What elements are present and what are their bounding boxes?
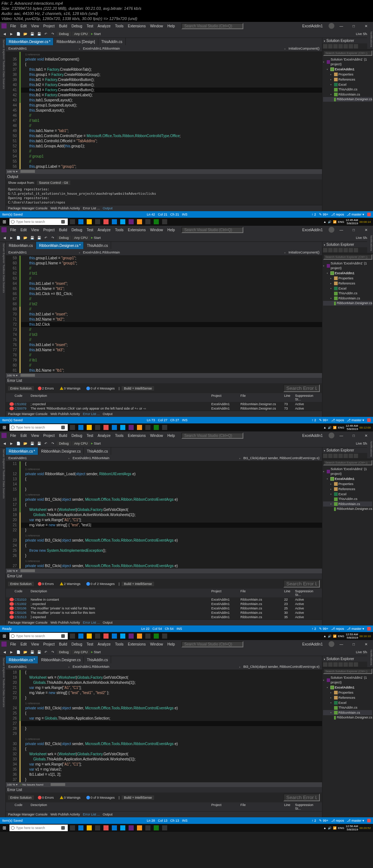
menu-edit[interactable]: Edit (18, 434, 29, 438)
menu-tools[interactable]: Tools (113, 228, 126, 232)
menu-view[interactable]: View (29, 24, 41, 28)
menu-project[interactable]: Project (41, 228, 57, 232)
close-button[interactable]: ✕ (361, 24, 372, 28)
toolbar: ◀ ▶ 📄 📂 💾 💾 ↶ ↷ Debug Any CPU Start Live… (0, 30, 373, 38)
status-ins: INS (182, 213, 188, 216)
menu-file[interactable]: File (8, 228, 18, 232)
undo-icon[interactable]: ↶ (43, 31, 49, 37)
status-ln: Ln 42 (147, 213, 155, 216)
menu-help[interactable]: Help (165, 228, 177, 232)
tab-thisaddin[interactable]: ThisAddIn.cs (98, 38, 126, 45)
menu-test[interactable]: Test (85, 642, 95, 646)
menu-debug[interactable]: Debug (69, 434, 84, 438)
build-filter-dropdown[interactable]: Build + IntelliSense (122, 386, 154, 391)
left-rail[interactable]: Server Explorer Toolbox Data Sources (0, 38, 6, 211)
quick-launch[interactable] (181, 23, 243, 29)
error-scope-dropdown[interactable]: Entire Solution (8, 386, 34, 391)
menu-edit[interactable]: Edit (18, 642, 29, 646)
menu-debug[interactable]: Debug (69, 642, 84, 646)
menu-debug[interactable]: Debug (69, 24, 84, 28)
nav-fwd-icon[interactable]: ▶ (8, 31, 14, 37)
menu-window[interactable]: Window (148, 434, 165, 438)
output-source-dropdown[interactable]: Source Control - Git (37, 181, 70, 185)
menu-window[interactable]: Window (148, 228, 165, 232)
messages-filter[interactable]: 0 of 4 Messages (85, 386, 117, 391)
menu-tools[interactable]: Tools (113, 24, 126, 28)
menu-extensions[interactable]: Extensions (126, 24, 148, 28)
menu-project[interactable]: Project (41, 24, 57, 28)
minimize-button[interactable]: — (336, 24, 347, 28)
solexp-search[interactable] (323, 50, 372, 56)
status-left: Item(s) Saved (2, 213, 23, 216)
notification-bell-icon[interactable] (367, 213, 371, 216)
menu-debug[interactable]: Debug (69, 228, 84, 232)
save-all-icon[interactable]: 💾 (36, 31, 42, 37)
meta-file: File: 2. Advanced interactions.mp4 (1, 1, 63, 5)
menu-project[interactable]: Project (41, 642, 57, 646)
menu-file[interactable]: File (8, 24, 18, 28)
open-icon[interactable]: 📂 (22, 31, 28, 37)
new-icon[interactable]: 📄 (15, 31, 21, 37)
status-bar: Item(s) Saved Ln 42 Col 21 Ch 21 INS ↑ 2… (0, 211, 373, 218)
platform-dropdown[interactable]: Any CPU (72, 32, 90, 36)
menu-view[interactable]: View (29, 434, 41, 438)
meta-audio: Audio: aac, 44100 Hz, 2 channels, s16, 1… (1, 11, 98, 16)
menu-analyze[interactable]: Analyze (95, 228, 113, 232)
menu-extensions[interactable]: Extensions (126, 642, 148, 646)
menu-analyze[interactable]: Analyze (95, 24, 113, 28)
notifications-rail[interactable]: Notifications (367, 30, 373, 49)
menu-test[interactable]: Test (85, 434, 95, 438)
screenshot-3: FileEditViewProjectBuildDebugTestAnalyze… (0, 431, 373, 640)
menu-extensions[interactable]: Extensions (126, 228, 148, 232)
redo-icon[interactable]: ↷ (50, 31, 56, 37)
menu-view[interactable]: View (29, 642, 41, 646)
config-dropdown[interactable]: Debug (57, 32, 71, 36)
menu-tools[interactable]: Tools (113, 434, 126, 438)
menu-help[interactable]: Help (165, 642, 177, 646)
menu-build[interactable]: Build (57, 24, 69, 28)
bc-class[interactable]: ExcelAddIn1.RibbonMain (82, 47, 121, 50)
start-button[interactable]: Start (91, 32, 101, 36)
menu-build[interactable]: Build (57, 434, 69, 438)
menu-file[interactable]: File (8, 642, 18, 646)
h-scroll[interactable]: 100 % ▾ (6, 169, 322, 174)
taskbar: ▲🔊📶ENG 12:45 AM5/8/2019 00:08:14 (0, 218, 373, 226)
menu-test[interactable]: Test (85, 228, 95, 232)
menu-window[interactable]: Window (148, 24, 165, 28)
output-header: Output (6, 174, 322, 179)
code-editor[interactable]: 3536373839404142434445464748495051525354… (6, 52, 322, 169)
menu-analyze[interactable]: Analyze (95, 642, 113, 646)
avatar[interactable] (329, 23, 334, 29)
save-icon[interactable]: 💾 (29, 31, 35, 37)
menu-build[interactable]: Build (57, 642, 69, 646)
errors-filter[interactable]: 2 Errors (36, 386, 56, 391)
solexp-title: Solution Explorer (326, 39, 354, 43)
taskbar-search[interactable] (9, 218, 68, 225)
menu-test[interactable]: Test (85, 24, 95, 28)
no-issues-label: No issues found (23, 783, 43, 786)
warnings-filter[interactable]: 0 Warnings (58, 386, 82, 391)
menu-edit[interactable]: Edit (18, 24, 29, 28)
menu-window[interactable]: Window (148, 642, 165, 646)
menu-help[interactable]: Help (165, 24, 177, 28)
start-menu-button[interactable] (0, 218, 9, 226)
nav-back-icon[interactable]: ◀ (1, 31, 7, 37)
menu-file[interactable]: File (8, 434, 18, 438)
video-timestamp: 00:08:14 (360, 220, 371, 224)
menu-analyze[interactable]: Analyze (95, 434, 113, 438)
bc-project[interactable]: ExcelAddIn1 (7, 47, 28, 50)
error-list-panel: Error List Entire Solution 2 Errors 0 Wa… (6, 377, 322, 411)
tab-designer[interactable]: RibbonMain.Designer.cs (6, 38, 54, 45)
menu-extensions[interactable]: Extensions (126, 434, 148, 438)
menu-project[interactable]: Project (41, 434, 57, 438)
screenshot-4: FileEditViewProjectBuildDebugTestAnalyze… (0, 640, 373, 832)
menu-edit[interactable]: Edit (18, 228, 29, 232)
menu-view[interactable]: View (29, 228, 41, 232)
menu-help[interactable]: Help (165, 434, 177, 438)
menu-tools[interactable]: Tools (113, 642, 126, 646)
bc-method[interactable]: InitializeComponent() (287, 47, 321, 50)
maximize-button[interactable]: □ (348, 24, 359, 28)
error-search[interactable] (283, 384, 320, 392)
menu-build[interactable]: Build (57, 228, 69, 232)
tab-design[interactable]: RibbonMain.cs [Design] (54, 38, 98, 45)
